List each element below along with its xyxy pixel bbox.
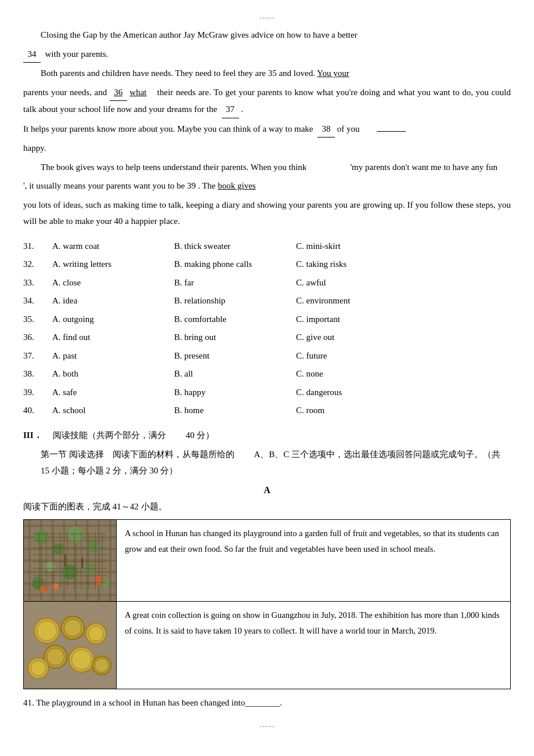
opt-37-b: B. present [174, 349, 296, 364]
svg-point-21 [37, 621, 57, 641]
opt-31-num: 31. [23, 239, 52, 254]
svg-point-33 [31, 660, 46, 675]
opt-32-a: A. writing letters [52, 257, 174, 272]
section-first-text: 第一节 阅读选择 阅读下面的材料，从每题所给的 A、B、C 三个选项中，选出最佳… [41, 450, 500, 476]
opt-38-num: 38. [23, 367, 52, 382]
option-row-36: 36. A. find out B. bring out C. give out [23, 330, 511, 345]
happy-text: happy. [23, 143, 46, 153]
option-row-38: 38. A. both B. all C. none [23, 367, 511, 382]
top-dots: …… [23, 12, 511, 21]
option-row-35: 35. A. outgoing B. comfortable C. import… [23, 312, 511, 327]
blank-36: 36 [110, 84, 127, 102]
svg-point-29 [71, 649, 91, 669]
svg-point-16 [40, 585, 48, 593]
svg-point-5 [34, 530, 48, 544]
para2-text: It helps your parents know more about yo… [23, 124, 313, 133]
opt-37-a: A. past [52, 349, 174, 364]
para3-quote-line: ', it usually means your parents want yo… [23, 178, 511, 194]
opt-38-a: A. both [52, 367, 174, 382]
opt-31-a: A. warm coat [52, 239, 174, 254]
option-row-37: 37. A. past B. present C. future [23, 349, 511, 364]
opt-33-c: C. awful [296, 276, 511, 291]
section-iii-label: III． [23, 431, 42, 440]
para3-start-text: The book gives ways to help teens unders… [41, 162, 306, 172]
svg-rect-14 [64, 555, 66, 566]
opt-36-c: C. give out [296, 330, 511, 345]
svg-point-18 [94, 576, 103, 585]
para1-text: Both parents and children have needs. Th… [41, 68, 315, 78]
svg-point-17 [52, 583, 59, 589]
opt-31-c: C. mini-skirt [296, 239, 511, 254]
svg-point-9 [45, 560, 55, 571]
options-section: 31. A. warm coat B. thick sweater C. min… [23, 239, 511, 418]
opt-35-c: C. important [296, 312, 511, 327]
svg-point-13 [32, 577, 45, 589]
section-iii: III． 阅读技能（共两个部分，满分 40 分） [23, 426, 511, 444]
svg-point-11 [84, 563, 96, 574]
option-row-31: 31. A. warm coat B. thick sweater C. min… [23, 239, 511, 254]
para3b-text: you lots of ideas, such as making time t… [23, 200, 511, 226]
opt-37-num: 37. [23, 349, 52, 364]
para1b-text: parents your needs, and [23, 88, 107, 97]
intro-paragraph: Closing the Gap by the American author J… [23, 27, 511, 44]
page-wrapper: …… Closing the Gap by the American autho… [23, 12, 511, 729]
opt-35-num: 35. [23, 312, 52, 327]
svg-rect-0 [24, 520, 116, 601]
opt-37-c: C. future [296, 349, 511, 364]
quote-start-text: 'my parents don't want me to have any fu… [350, 162, 497, 172]
opt-32-b: B. making phone calls [174, 257, 296, 272]
opt-39-b: B. happy [174, 385, 296, 400]
svg-point-12 [100, 578, 109, 588]
opt-33-num: 33. [23, 276, 52, 291]
svg-point-23 [64, 619, 82, 636]
reading-intro-text: 阅读下面的图表，完成 41～42 小题。 [23, 502, 167, 511]
reading-table: A school in Hunan has changed its playgr… [23, 519, 511, 689]
svg-rect-1 [24, 520, 116, 601]
section-a-header: A [23, 485, 511, 495]
opt-34-num: 34. [23, 294, 52, 309]
opt-40-c: C. room [296, 403, 511, 418]
opt-39-num: 39. [23, 385, 52, 400]
svg-point-25 [88, 626, 103, 641]
blank-38: 38 [317, 121, 335, 138]
opt-39-a: A. safe [52, 385, 174, 400]
opt-32-num: 32. [23, 257, 52, 272]
opt-32-c: C. taking risks [296, 257, 511, 272]
table-row-coins: A great coin collection is going on show… [24, 602, 510, 689]
book-gives-underline: book gives [218, 181, 255, 190]
garden-image-svg [24, 520, 116, 601]
question-41: 41. The playground in a school in Hunan … [23, 695, 511, 711]
opt-34-b: B. relationship [174, 294, 296, 309]
para1b-line: parents your needs, and 36 what their ne… [23, 84, 511, 118]
you-your-underline: You your [317, 68, 349, 78]
reading-intro: 阅读下面的图表，完成 41～42 小题。 [23, 499, 511, 515]
para3b-line: you lots of ideas, such as making time t… [23, 197, 511, 230]
section-first-line: 第一节 阅读选择 阅读下面的材料，从每题所给的 A、B、C 三个选项中，选出最佳… [41, 446, 511, 479]
option-row-33: 33. A. close B. far C. awful [23, 276, 511, 291]
card1-content: A school in Hunan has changed its playgr… [117, 520, 510, 601]
opt-33-b: B. far [174, 276, 296, 291]
happy-line: happy. [23, 140, 511, 157]
opt-38-c: C. none [296, 367, 511, 382]
blank-37: 37 [222, 101, 239, 118]
option-row-34: 34. A. idea B. relationship C. environme… [23, 294, 511, 309]
para3-line: The book gives ways to help teens unders… [23, 159, 511, 176]
opt-33-a: A. close [52, 276, 174, 291]
opt-34-c: C. environment [296, 294, 511, 309]
intro-text: Closing the Gap by the American author J… [41, 30, 358, 39]
of-you-text: of you [337, 124, 360, 133]
opt-31-b: B. thick sweater [174, 239, 296, 254]
svg-rect-15 [81, 558, 83, 568]
option-row-40: 40. A. school B. home C. room [23, 403, 511, 418]
blank-34: 34 [23, 46, 41, 63]
bottom-dots: …… [23, 720, 511, 729]
svg-point-27 [47, 648, 64, 665]
card2-content: A great coin collection is going on show… [117, 602, 510, 689]
card2-text: A great coin collection is going on show… [125, 610, 500, 636]
svg-point-7 [68, 526, 84, 542]
coins-image-svg [24, 602, 116, 689]
what-text: what [129, 88, 146, 97]
option-row-32: 32. A. writing letters B. making phone c… [23, 257, 511, 272]
coins-image [24, 602, 117, 689]
opt-40-a: A. school [52, 403, 174, 418]
